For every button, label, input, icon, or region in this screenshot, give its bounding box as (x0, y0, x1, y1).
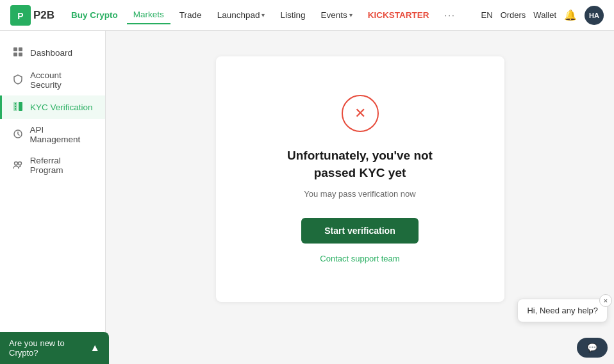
language-button[interactable]: EN (481, 10, 493, 20)
svg-rect-2 (13, 47, 17, 51)
api-icon (12, 129, 24, 141)
notification-bell-icon[interactable]: 🔔 (564, 9, 577, 21)
chat-message: Hi, Need any help? (527, 306, 598, 315)
svg-rect-10 (15, 108, 16, 110)
wallet-button[interactable]: Wallet (533, 10, 556, 20)
events-chevron-icon: ▾ (349, 12, 353, 19)
logo[interactable]: P P2B (10, 5, 54, 26)
svg-point-13 (18, 161, 21, 165)
kyc-fail-icon: ✕ (342, 95, 379, 132)
svg-rect-5 (19, 53, 22, 56)
svg-rect-8 (15, 103, 16, 104)
x-icon: ✕ (354, 105, 366, 122)
orders-button[interactable]: Orders (501, 10, 526, 20)
kyc-icon (12, 101, 24, 113)
nav-more[interactable]: ··· (438, 6, 462, 24)
start-verification-button[interactable]: Start verification (301, 218, 418, 244)
nav-buy-crypto[interactable]: Buy Crypto (65, 6, 124, 24)
nav-links: Buy Crypto Markets Trade Launchpad ▾ Lis… (65, 6, 481, 24)
logo-icon: P (10, 5, 31, 26)
svg-rect-9 (15, 106, 16, 107)
nav-markets[interactable]: Markets (127, 6, 170, 24)
nav-launchpad[interactable]: Launchpad ▾ (211, 6, 272, 24)
chat-close-button[interactable]: × (599, 294, 612, 307)
nav-kickstarter[interactable]: KICKSTARTER (361, 6, 436, 24)
nav-events[interactable]: Events ▾ (314, 6, 358, 24)
nav-listing[interactable]: Listing (274, 6, 311, 24)
dashboard-icon (12, 47, 24, 59)
chat-bubble-button[interactable]: 💬 (577, 338, 608, 358)
svg-point-12 (14, 161, 17, 165)
svg-text:P: P (17, 11, 23, 21)
sidebar: Dashboard Account Security KYC Verificat… (0, 31, 106, 364)
sidebar-item-kyc[interactable]: KYC Verification (0, 95, 105, 119)
logo-text: P2B (33, 9, 54, 22)
sidebar-label-referral: Referral Program (30, 156, 95, 175)
svg-rect-7 (19, 102, 22, 111)
nav-right: EN Orders Wallet 🔔 HA (481, 6, 604, 25)
sidebar-label-kyc: KYC Verification (30, 103, 93, 112)
sidebar-label-account-security: Account Security (30, 70, 95, 90)
sidebar-item-api[interactable]: API Management (0, 119, 105, 150)
launchpad-chevron-icon: ▾ (261, 12, 265, 19)
referral-icon (12, 160, 24, 172)
top-navigation: P P2B Buy Crypto Markets Trade Launchpad… (0, 0, 614, 31)
nav-trade[interactable]: Trade (173, 6, 208, 24)
banner-arrow-icon: ▲ (90, 342, 100, 354)
kyc-title: Unfortunately, you've not passed KYC yet (267, 147, 453, 181)
banner-text: Are you new to Crypto? (9, 338, 90, 358)
kyc-subtitle: You may pass verification now (267, 189, 453, 199)
svg-rect-4 (13, 53, 17, 56)
sidebar-label-dashboard: Dashboard (30, 48, 72, 58)
kyc-card: ✕ Unfortunately, you've not passed KYC y… (216, 56, 504, 302)
shield-icon (12, 74, 24, 87)
sidebar-item-referral[interactable]: Referral Program (0, 150, 105, 181)
sidebar-item-account-security[interactable]: Account Security (0, 65, 105, 95)
bottom-banner[interactable]: Are you new to Crypto? ▲ (0, 332, 109, 364)
sidebar-item-dashboard[interactable]: Dashboard (0, 41, 105, 65)
svg-rect-3 (19, 47, 22, 51)
user-avatar[interactable]: HA (585, 6, 604, 25)
chat-widget: × Hi, Need any help? (517, 299, 608, 322)
contact-support-link[interactable]: Contact support team (267, 254, 453, 263)
chat-bubble-icon: 💬 (587, 343, 597, 352)
sidebar-label-api: API Management (30, 125, 95, 144)
